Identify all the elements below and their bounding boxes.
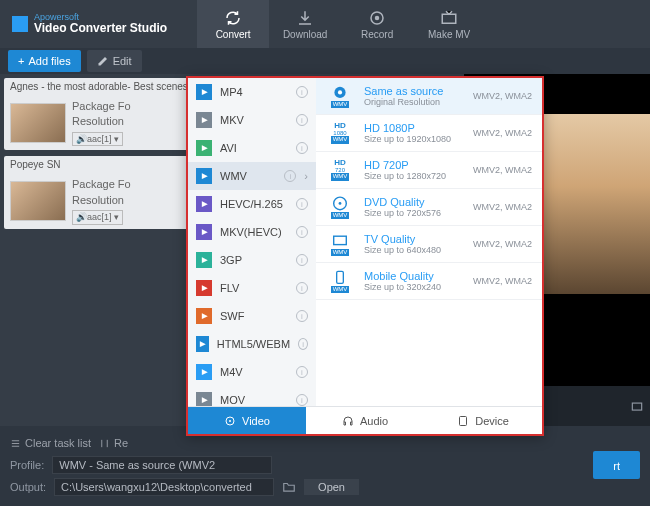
download-icon (296, 9, 314, 27)
format-item-swf[interactable]: ▶ SWF i (188, 302, 316, 330)
picker-tabs: Video Audio Device (188, 406, 542, 434)
quality-codec: WMV2, WMA2 (473, 239, 532, 249)
add-files-button[interactable]: + Add files (8, 50, 81, 72)
format-icon: ▶ (196, 196, 212, 212)
clear-task-list[interactable]: Clear task list (10, 437, 91, 449)
format-name: M4V (220, 366, 288, 378)
info-icon[interactable]: i (296, 226, 308, 238)
quality-sub: Size up to 1280x720 (364, 171, 463, 181)
format-name: FLV (220, 282, 288, 294)
convert-button[interactable]: rt (593, 451, 640, 479)
info-icon[interactable]: i (296, 310, 308, 322)
edit-button[interactable]: Edit (87, 50, 142, 72)
info-icon[interactable]: i (296, 142, 308, 154)
format-icon: ▶ (196, 140, 212, 156)
open-button[interactable]: Open (304, 479, 359, 495)
info-icon[interactable]: i (296, 86, 308, 98)
svg-point-5 (338, 90, 342, 94)
format-name: HTML5/WEBM (217, 338, 290, 350)
info-icon[interactable]: i (298, 338, 308, 350)
format-name: MOV (220, 394, 288, 406)
quality-item[interactable]: WMV TV Quality Size up to 640x480 WMV2, … (316, 226, 542, 263)
svg-rect-12 (460, 416, 467, 425)
quality-sub: Size up to 320x240 (364, 282, 463, 292)
quality-item[interactable]: WMV Mobile Quality Size up to 320x240 WM… (316, 263, 542, 300)
quality-item[interactable]: WMV Same as source Original Resolution W… (316, 78, 542, 115)
quality-item[interactable]: HD1080WMV HD 1080P Size up to 1920x1080 … (316, 115, 542, 152)
info-icon[interactable]: i (296, 366, 308, 378)
quality-sub: Size up to 720x576 (364, 208, 463, 218)
quality-title: HD 720P (364, 159, 463, 171)
hd-icon: HD1080WMV (326, 121, 354, 145)
quality-codec: WMV2, WMA2 (473, 276, 532, 286)
snapshot-icon[interactable] (630, 399, 644, 413)
app-logo: Apowersoft Video Converter Studio (12, 13, 167, 35)
file-info: Package FoResolution 🔊aac[1] ▾ (72, 99, 131, 146)
device-icon (457, 415, 469, 427)
svg-rect-9 (337, 271, 344, 283)
format-name: MKV (220, 114, 288, 126)
headphone-icon (342, 415, 354, 427)
tab-record[interactable]: Record (341, 0, 413, 48)
format-name: 3GP (220, 254, 288, 266)
list-icon (10, 438, 21, 449)
audio-chip[interactable]: 🔊aac[1] ▾ (72, 132, 123, 147)
format-item-avi[interactable]: ▶ AVI i (188, 134, 316, 162)
quality-item[interactable]: WMV DVD Quality Size up to 720x576 WMV2,… (316, 189, 542, 226)
format-item-mkv[interactable]: ▶ MKV i (188, 106, 316, 134)
format-item-mp4[interactable]: ▶ MP4 i (188, 78, 316, 106)
quality-title: Mobile Quality (364, 270, 463, 282)
format-icon: ▶ (196, 364, 212, 380)
info-icon[interactable]: i (296, 282, 308, 294)
format-item-flv[interactable]: ▶ FLV i (188, 274, 316, 302)
svg-point-1 (375, 15, 380, 20)
mobile-icon (332, 269, 348, 286)
film-icon (224, 415, 236, 427)
folder-icon[interactable] (282, 480, 296, 494)
svg-point-7 (339, 202, 342, 205)
info-icon[interactable]: i (296, 394, 308, 406)
info-icon[interactable]: i (296, 254, 308, 266)
format-name: HEVC/H.265 (220, 198, 288, 210)
audio-chip[interactable]: 🔊aac[1] ▾ (72, 210, 123, 225)
bottom-bar: Clear task list Re Profile: WMV - Same a… (0, 426, 650, 504)
format-item-mov[interactable]: ▶ MOV i (188, 386, 316, 406)
svg-point-11 (229, 420, 231, 422)
format-icon: ▶ (196, 112, 212, 128)
quality-title: DVD Quality (364, 196, 463, 208)
format-icon: ▶ (196, 84, 212, 100)
quality-codec: WMV2, WMA2 (473, 202, 532, 212)
refresh-icon (224, 9, 242, 27)
format-item-m4v[interactable]: ▶ M4V i (188, 358, 316, 386)
picker-tab-device[interactable]: Device (424, 407, 542, 434)
record-icon (368, 9, 386, 27)
quality-title: TV Quality (364, 233, 463, 245)
quality-item[interactable]: HD720WMV HD 720P Size up to 1280x720 WMV… (316, 152, 542, 189)
tab-convert[interactable]: Convert (197, 0, 269, 48)
format-name: AVI (220, 142, 288, 154)
output-path[interactable]: C:\Users\wangxu12\Desktop\converted (54, 478, 274, 496)
profile-select[interactable]: WMV - Same as source (WMV2 (52, 456, 272, 474)
tv-icon (440, 9, 458, 27)
format-item-html5webm[interactable]: ▶ HTML5/WEBM i (188, 330, 316, 358)
top-tabs: Convert Download Record Make MV (197, 0, 485, 48)
format-icon: ▶ (196, 224, 212, 240)
tab-makemv[interactable]: Make MV (413, 0, 485, 48)
logo-icon (12, 16, 28, 32)
format-item-mkvhevc[interactable]: ▶ MKV(HEVC) i (188, 218, 316, 246)
format-icon: ▶ (196, 168, 212, 184)
re-button[interactable]: Re (99, 437, 128, 449)
picker-tab-video[interactable]: Video (188, 407, 306, 434)
info-icon[interactable]: i (284, 170, 296, 182)
tab-download[interactable]: Download (269, 0, 341, 48)
info-icon[interactable]: i (296, 114, 308, 126)
quality-sub: Original Resolution (364, 97, 463, 107)
quality-codec: WMV2, WMA2 (473, 165, 532, 175)
format-item-hevch265[interactable]: ▶ HEVC/H.265 i (188, 190, 316, 218)
format-item-3gp[interactable]: ▶ 3GP i (188, 246, 316, 274)
info-icon[interactable]: i (296, 198, 308, 210)
disc-icon (330, 195, 350, 212)
picker-tab-audio[interactable]: Audio (306, 407, 424, 434)
sort-icon (99, 438, 110, 449)
format-item-wmv[interactable]: ▶ WMV i › (188, 162, 316, 190)
